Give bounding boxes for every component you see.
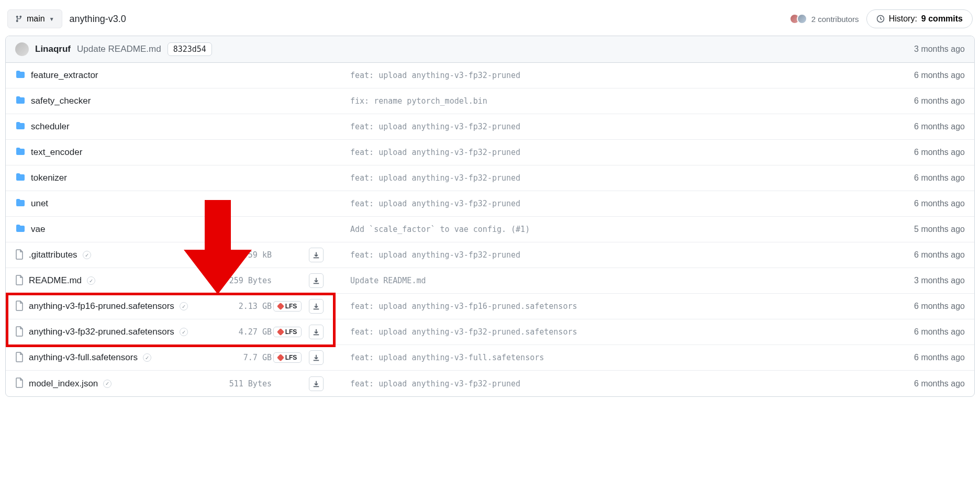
file-name-link[interactable]: scheduler [31, 121, 70, 132]
history-button[interactable]: History: 9 commits [866, 9, 973, 28]
download-button[interactable] [309, 350, 324, 365]
branch-name: main [27, 14, 45, 24]
download-cell [303, 376, 329, 391]
file-commit-age: 6 months ago [886, 379, 965, 388]
download-cell [303, 248, 329, 262]
lfs-badge[interactable]: LFS [273, 301, 302, 312]
download-cell [303, 273, 329, 288]
file-name-cell: .gitattributes✓ [15, 249, 214, 261]
file-name-link[interactable]: feature_extractor [31, 70, 98, 81]
file-row: anything-v3-fp16-pruned.safetensors✓2.13… [6, 294, 974, 319]
file-commit-age: 5 months ago [886, 225, 965, 234]
file-row: unetfeat: upload anything-v3-fp32-pruned… [6, 191, 974, 217]
file-icon [15, 326, 24, 338]
file-commit-message[interactable]: feat: upload anything-v3-fp32-pruned [329, 199, 886, 208]
folder-icon [15, 96, 26, 107]
lfs-cell: LFS [272, 301, 303, 312]
file-name-link[interactable]: .gitattributes [29, 250, 77, 260]
file-row: anything-v3-full.safetensors✓7.7 GBLFSfe… [6, 345, 974, 371]
download-button[interactable] [309, 376, 324, 391]
file-name-cell: tokenizer [15, 173, 214, 184]
history-count: 9 commits [921, 14, 963, 24]
contributor-avatars [793, 14, 807, 24]
file-size: 7.7 GB [214, 353, 272, 362]
file-commit-message[interactable]: feat: upload anything-v3-fp32-pruned [329, 71, 886, 80]
download-button[interactable] [309, 273, 324, 288]
file-commit-message[interactable]: Update README.md [329, 276, 886, 285]
verified-badge-icon[interactable]: ✓ [143, 353, 151, 362]
verified-badge-icon[interactable]: ✓ [103, 380, 112, 388]
file-name-cell: safety_checker [15, 96, 214, 107]
download-icon [313, 251, 320, 259]
file-commit-message[interactable]: feat: upload anything-v3-fp32-pruned.saf… [329, 327, 886, 337]
file-commit-age: 6 months ago [886, 122, 965, 131]
contributors-link[interactable]: 2 contributors [793, 14, 859, 24]
folder-icon [15, 198, 26, 209]
file-row: model_index.json✓511 Bytesfeat: upload a… [6, 371, 974, 396]
download-icon [313, 277, 320, 284]
file-name-cell: scheduler [15, 121, 214, 132]
file-row: README.md✓259 BytesUpdate README.md3 mon… [6, 268, 974, 294]
branch-selector[interactable]: main ▼ [7, 9, 62, 28]
file-commit-message[interactable]: feat: upload anything-v3-fp32-pruned [329, 379, 886, 388]
file-name-link[interactable]: tokenizer [31, 173, 67, 183]
verified-badge-icon[interactable]: ✓ [83, 251, 91, 259]
file-name-link[interactable]: model_index.json [29, 379, 98, 389]
commit-sha[interactable]: 8323d54 [168, 42, 212, 56]
download-icon [313, 380, 320, 387]
file-commit-message[interactable]: fix: rename pytorch_model.bin [329, 96, 886, 106]
file-name-link[interactable]: unet [31, 198, 48, 209]
folder-icon [15, 147, 26, 158]
verified-badge-icon[interactable]: ✓ [180, 302, 188, 310]
file-commit-message[interactable]: feat: upload anything-v3-fp32-pruned [329, 250, 886, 260]
file-name-link[interactable]: vae [31, 224, 45, 235]
caret-down-icon: ▼ [49, 16, 54, 22]
commit-age: 3 months ago [914, 45, 965, 54]
file-row: tokenizerfeat: upload anything-v3-fp32-p… [6, 165, 974, 191]
file-name-cell: vae [15, 224, 214, 235]
commit-message[interactable]: Update README.md [77, 44, 161, 54]
folder-icon [15, 224, 26, 235]
lfs-badge[interactable]: LFS [273, 352, 302, 363]
file-commit-age: 6 months ago [886, 173, 965, 183]
file-icon [15, 352, 24, 364]
verified-badge-icon[interactable]: ✓ [87, 276, 95, 285]
file-commit-message[interactable]: feat: upload anything-v3-fp32-pruned [329, 122, 886, 131]
folder-icon [15, 173, 26, 184]
file-commit-message[interactable]: feat: upload anything-v3-fp32-pruned [329, 148, 886, 157]
lfs-label: LFS [285, 328, 297, 336]
file-name-cell: text_encoder [15, 147, 214, 158]
file-commit-age: 3 months ago [886, 276, 965, 285]
download-cell [303, 350, 329, 365]
top-bar: main ▼ anything-v3.0 2 contributors Hist… [5, 5, 975, 36]
history-label: History: [889, 14, 917, 24]
file-name-cell: anything-v3-fp32-pruned.safetensors✓ [15, 326, 214, 338]
file-commit-age: 6 months ago [886, 302, 965, 311]
file-name-link[interactable]: text_encoder [31, 147, 82, 158]
file-listing-box: Linaqruf Update README.md 8323d54 3 mont… [5, 36, 975, 397]
file-name-link[interactable]: anything-v3-fp16-pruned.safetensors [29, 301, 174, 312]
download-button[interactable] [309, 248, 324, 262]
breadcrumb-repo[interactable]: anything-v3.0 [70, 14, 126, 25]
download-button[interactable] [309, 299, 324, 314]
file-name-cell: unet [15, 198, 214, 209]
lfs-cell: LFS [272, 327, 303, 337]
commit-author-avatar[interactable] [15, 42, 29, 56]
file-name-cell: feature_extractor [15, 70, 214, 81]
download-button[interactable] [309, 325, 324, 339]
file-commit-age: 6 months ago [886, 353, 965, 362]
file-name-link[interactable]: anything-v3-full.safetensors [29, 352, 138, 363]
file-commit-message[interactable]: feat: upload anything-v3-full.safetensor… [329, 353, 886, 362]
lfs-icon [277, 354, 284, 361]
file-name-link[interactable]: anything-v3-fp32-pruned.safetensors [29, 327, 174, 337]
file-commit-message[interactable]: Add `scale_factor` to vae config. (#1) [329, 225, 886, 234]
file-name-link[interactable]: README.md [29, 275, 82, 286]
file-commit-age: 6 months ago [886, 148, 965, 157]
verified-badge-icon[interactable]: ✓ [180, 328, 188, 336]
file-name-link[interactable]: safety_checker [31, 96, 91, 106]
lfs-badge[interactable]: LFS [273, 327, 302, 337]
commit-author[interactable]: Linaqruf [35, 44, 71, 54]
avatar [797, 14, 807, 24]
file-commit-message[interactable]: feat: upload anything-v3-fp32-pruned [329, 173, 886, 183]
file-commit-message[interactable]: feat: upload anything-v3-fp16-pruned.saf… [329, 302, 886, 311]
